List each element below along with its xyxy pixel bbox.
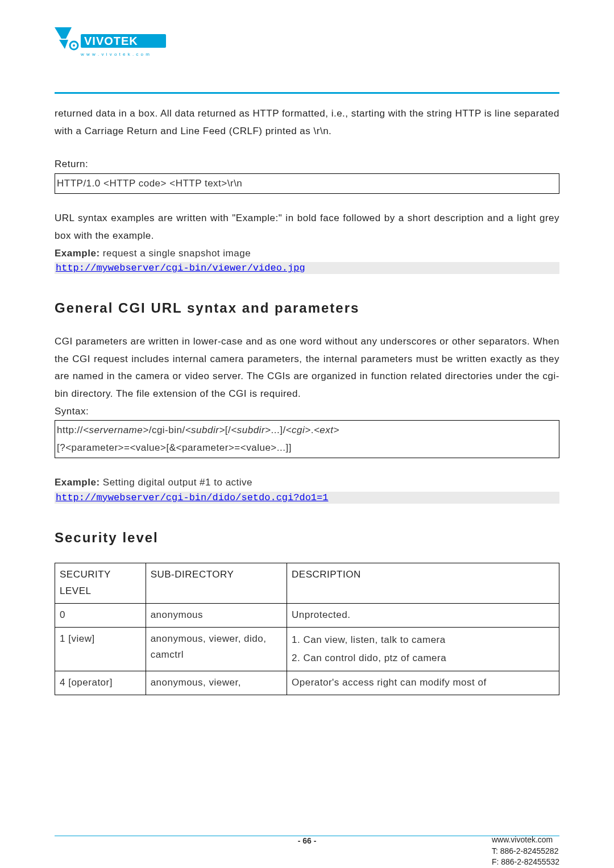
syntax-label: Syntax: [55,403,559,421]
intro-paragraph: returned data in a box. All data returne… [55,105,559,140]
example1-box: http://mywebserver/cgi-bin/viewer/video.… [55,262,559,274]
th-description: DESCRIPTION [287,563,559,603]
syntax-subdir2: <subdir> [231,425,271,435]
syntax-mid1: /cgi-bin/ [149,425,185,435]
svg-marker-0 [55,27,72,39]
return-label: Return: [55,156,559,173]
document-page: VIVOTEK w w w . v i v o t e k . c o m re… [0,0,614,868]
page-footer: - 66 - www.vivotek.com T: 886-2-82455282… [55,824,559,845]
example2-text: Setting digital output #1 to active [100,477,252,488]
cell-desc: Operator's access right can modify most … [287,671,559,695]
syntax-line1: http://<servername>/cgi-bin/<subdir>[/<s… [57,422,557,439]
return-box: HTTP/1.0 <HTTP code> <HTTP text>\r\n [55,173,559,194]
syntax-cgi: <cgi> [286,425,311,435]
cell-sub: anonymous [146,603,287,627]
syntax-mid3: ...]/ [271,425,285,435]
header-rule [55,92,559,94]
syntax-ext: <ext> [314,425,339,435]
general-paragraph: CGI parameters are written in lower-case… [55,333,559,402]
example1-prefix: Example: [55,248,100,259]
syntax-subdir1: <subdir> [185,425,225,435]
footer-contact: www.vivotek.com T: 886-2-82455282 F: 886… [492,834,559,868]
cell-level: 4 [operator] [55,671,146,695]
example1-line: Example: request a single snapshot image [55,245,559,263]
logo: VIVOTEK w w w . v i v o t e k . c o m [55,27,559,69]
table-row: 4 [operator] anonymous, viewer, Operator… [55,671,559,695]
heading-general-cgi: General CGI URL syntax and parameters [55,300,559,316]
table-header-row: SECURITY LEVEL SUB-DIRECTORY DESCRIPTION [55,563,559,603]
return-box-text: HTTP/1.0 <HTTP code> <HTTP text>\r\n [57,178,242,189]
example2-line: Example: Setting digital output #1 to ac… [55,474,559,492]
cell-level: 0 [55,603,146,627]
syntax-line2: [?<parameter>=<value>[&<parameter>=<valu… [57,439,557,457]
table-row: 0 anonymous Unprotected. [55,603,559,627]
url-examples-paragraph: URL syntax examples are written with "Ex… [55,210,559,244]
cell-desc: Unprotected. [287,603,559,627]
heading-security-level: Security level [55,530,559,546]
example1-url[interactable]: http://mywebserver/cgi-bin/viewer/video.… [56,263,305,273]
desc-line1: 1. Can view, listen, talk to camera [292,631,554,649]
syntax-box: http://<servername>/cgi-bin/<subdir>[/<s… [55,420,559,458]
cell-sub: anonymous, viewer, dido, camctrl [146,627,287,671]
vivotek-logo-icon: VIVOTEK w w w . v i v o t e k . c o m [55,27,168,67]
syntax-pre: http:// [57,425,83,435]
example2-box: http://mywebserver/cgi-bin/dido/setdo.cg… [55,492,559,504]
syntax-servername: <servername> [83,425,149,435]
footer-site: www.vivotek.com [492,834,559,846]
svg-marker-1 [59,40,68,49]
example2-url[interactable]: http://mywebserver/cgi-bin/dido/setdo.cg… [56,492,328,503]
cell-level: 1 [view] [55,627,146,671]
table-row: 1 [view] anonymous, viewer, dido, camctr… [55,627,559,671]
example2-prefix: Example: [55,477,100,488]
security-table: SECURITY LEVEL SUB-DIRECTORY DESCRIPTION… [55,563,559,695]
footer-tel: T: 886-2-82455282 [492,846,559,857]
example1-text: request a single snapshot image [100,248,251,259]
cell-sub: anonymous, viewer, [146,671,287,695]
svg-text:VIVOTEK: VIVOTEK [84,35,138,47]
syntax-mid2: [/ [225,425,231,435]
page-number: - 66 - [55,836,559,845]
th-sub-directory: SUB-DIRECTORY [146,563,287,603]
th-security-level: SECURITY LEVEL [55,563,146,603]
desc-line2: 2. Can control dido, ptz of camera [292,649,554,667]
cell-desc: 1. Can view, listen, talk to camera 2. C… [287,627,559,671]
svg-point-3 [73,44,75,47]
footer-fax: F: 886-2-82455532 [492,857,559,868]
svg-text:w w w . v i v o t e k . c o m: w w w . v i v o t e k . c o m [80,52,150,57]
